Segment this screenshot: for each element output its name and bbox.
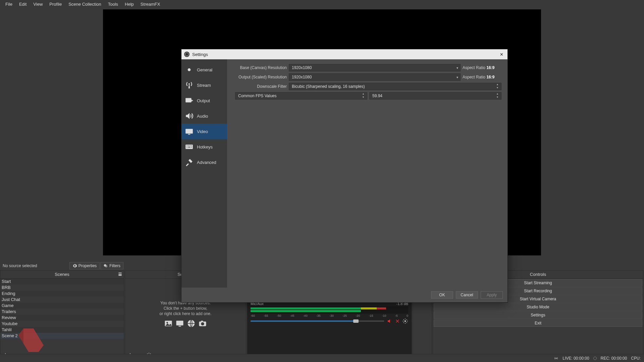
scene-row[interactable]: Just Chat	[0, 297, 124, 303]
scene-row[interactable]: Ending	[0, 291, 124, 297]
scene-row[interactable]: Game	[0, 303, 124, 309]
no-source-selected-label: No source selected	[0, 263, 69, 268]
dialog-titlebar[interactable]: Settings ✕	[181, 49, 507, 59]
svg-point-16	[189, 83, 190, 85]
image-icon	[164, 319, 173, 328]
menu-streamfx[interactable]: StreamFX	[137, 1, 164, 8]
settings-button[interactable]: Settings	[434, 311, 642, 319]
popout-icon[interactable]	[118, 272, 122, 277]
chevron-down-icon: ▾	[457, 75, 458, 79]
scene-row[interactable]: Start	[0, 279, 124, 285]
svg-point-12	[405, 320, 406, 322]
svg-point-14	[556, 358, 556, 358]
menu-tools[interactable]: Tools	[105, 1, 121, 8]
sources-empty-line: Click the + button below,	[164, 306, 207, 311]
svg-rect-17	[185, 98, 191, 102]
close-icon[interactable]	[395, 319, 399, 323]
scene-row[interactable]: Review	[0, 315, 124, 321]
keyboard-icon	[185, 142, 194, 151]
output-resolution-select[interactable]: 644x362▾	[289, 73, 461, 81]
fps-type-select[interactable]: Common FPS Values▴▾	[235, 92, 367, 100]
properties-button[interactable]: Properties	[69, 262, 100, 269]
fps-value-select[interactable]: 59.94▴▾	[369, 92, 501, 100]
cpu-label: CPU:	[631, 356, 641, 361]
globe-icon	[186, 319, 196, 328]
controls-title: Controls	[530, 272, 546, 277]
chevron-down-icon: ▾	[457, 66, 458, 70]
app-icon	[184, 52, 190, 57]
cat-output[interactable]: Output	[181, 93, 227, 108]
volume-slider[interactable]	[251, 320, 384, 322]
broadcast-icon	[554, 356, 558, 361]
output-resolution-label: Output (Scaled) Resolution	[233, 75, 287, 79]
spin-icon[interactable]: ▴▾	[361, 93, 366, 99]
scenes-title: Scenes	[55, 272, 69, 277]
cat-stream[interactable]: Stream	[181, 77, 227, 93]
close-icon[interactable]: ✕	[498, 52, 505, 57]
menu-file[interactable]: File	[2, 1, 16, 8]
menu-view[interactable]: View	[30, 1, 46, 8]
gear-icon	[185, 65, 194, 74]
cat-audio[interactable]: Audio	[181, 108, 227, 124]
base-resolution-select[interactable]: 644x362▾	[289, 64, 461, 71]
svg-rect-20	[185, 145, 193, 149]
scene-row[interactable]: Trailers	[0, 309, 124, 315]
filters-label: Filters	[109, 263, 120, 268]
menu-help[interactable]: Help	[121, 1, 137, 8]
cat-video[interactable]: Video	[181, 124, 227, 139]
dialog-buttons: OK Cancel Apply	[181, 288, 507, 302]
svg-point-15	[188, 68, 191, 71]
menu-profile[interactable]: Profile	[46, 1, 65, 8]
speaker-icon	[185, 112, 194, 120]
cat-advanced[interactable]: Advanced	[181, 155, 227, 170]
downscale-filter-select[interactable]: Bicubic (Sharpened scaling, 16 samples)▴…	[289, 83, 501, 90]
tools-icon	[185, 158, 194, 167]
settings-dialog: Settings ✕ General Stream Output Audio V…	[181, 49, 508, 303]
svg-point-8	[201, 322, 204, 325]
filters-icon	[103, 263, 108, 268]
scenes-header: Scenes	[0, 270, 124, 279]
base-resolution-label: Base (Canvas) Resolution	[233, 65, 287, 70]
svg-rect-18	[185, 129, 193, 133]
aspect-ratio-label: Aspect Ratio 16:9	[463, 75, 501, 79]
ok-button[interactable]: OK	[431, 291, 453, 299]
cancel-button[interactable]: Cancel	[456, 291, 478, 299]
gear-icon	[72, 263, 77, 268]
speaker-muted-icon[interactable]	[387, 318, 393, 324]
vu-meter	[251, 306, 408, 314]
menu-edit[interactable]: Edit	[16, 1, 30, 8]
cat-general[interactable]: General	[181, 62, 227, 77]
sources-hint-icons	[164, 319, 207, 328]
filters-button[interactable]: Filters	[100, 262, 123, 269]
status-bar: LIVE: 00:00:00 REC: 00:00:00 CPU:	[0, 354, 644, 362]
rec-indicator-icon	[593, 357, 597, 360]
settings-form: Base (Canvas) Resolution 644x362▾ Aspe…	[227, 59, 507, 288]
aspect-ratio-label: Aspect Ratio 16:9	[463, 65, 501, 70]
dialog-title: Settings	[192, 52, 208, 57]
menubar: File Edit View Profile Scene Collection …	[0, 0, 644, 8]
spin-icon[interactable]: ▴▾	[495, 93, 500, 99]
svg-rect-19	[188, 134, 191, 135]
display-icon	[185, 127, 194, 136]
apply-button[interactable]: Apply	[481, 291, 503, 299]
scene-row[interactable]: BRB	[0, 285, 124, 291]
watermark-logo	[13, 325, 47, 353]
exit-button[interactable]: Exit	[434, 319, 642, 327]
display-icon	[175, 319, 184, 328]
live-timer: LIVE: 00:00:00	[562, 356, 589, 361]
gear-icon[interactable]	[402, 318, 408, 324]
properties-label: Properties	[78, 263, 97, 268]
menu-scene-collection[interactable]: Scene Collection	[65, 1, 105, 8]
svg-rect-4	[176, 321, 183, 325]
mixer-channel: Mic/Aux-1.8 dB -60-55-50-45-40-35-30-25-…	[251, 302, 408, 324]
cat-hotkeys[interactable]: Hotkeys	[181, 139, 227, 155]
spin-icon[interactable]: ▴▾	[495, 83, 500, 90]
sources-empty-line: or right click here to add one.	[160, 311, 212, 316]
source-toolbar: No source selected Properties Filters	[0, 261, 124, 270]
downscale-filter-label: Downscale Filter	[233, 84, 287, 89]
svg-point-1	[105, 265, 108, 267]
rec-timer: REC: 00:00:00	[601, 356, 627, 361]
studio-mode-button[interactable]: Studio Mode	[434, 303, 642, 311]
svg-point-3	[166, 322, 168, 323]
svg-rect-9	[201, 321, 203, 322]
